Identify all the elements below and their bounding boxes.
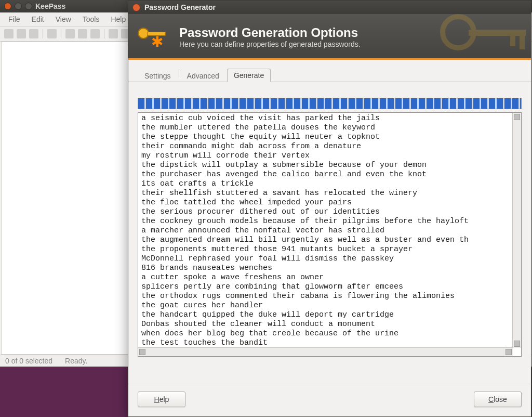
tab-advanced[interactable]: Advanced (180, 69, 226, 82)
scroll-left-icon[interactable] (139, 349, 145, 355)
generated-passwords-box[interactable]: a seismic cub voiced the visit has parke… (138, 112, 522, 357)
header-title: Password Generation Options (179, 25, 361, 40)
tab-generate[interactable]: Generate (227, 69, 271, 82)
status-ready: Ready. (65, 357, 87, 365)
help-button[interactable]: Help (138, 392, 185, 407)
tab-settings[interactable]: Settings (138, 69, 178, 82)
dialog-body: a seismic cub voiced the visit has parke… (128, 82, 531, 362)
close-button-label-u: C (488, 395, 494, 403)
status-selection: 0 of 0 selected (5, 357, 52, 365)
scroll-right-icon[interactable] (506, 349, 512, 355)
dialog-header: ✱ Password Generation Options Here you c… (128, 14, 531, 60)
toolbar-sep (61, 29, 61, 38)
maximize-window-button[interactable] (25, 3, 32, 10)
toolbar-new-icon[interactable] (4, 29, 14, 38)
toolbar-sep (43, 29, 43, 38)
toolbar-url-icon[interactable] (90, 29, 100, 38)
dialog-close-button[interactable] (132, 4, 140, 11)
toolbar-addentry-icon[interactable] (47, 29, 57, 38)
key-icon: ✱ (138, 25, 171, 48)
svg-rect-3 (520, 35, 525, 49)
toolbar-save-icon[interactable] (29, 29, 38, 38)
vertical-scrollbar[interactable] (512, 113, 521, 348)
svg-rect-2 (510, 35, 515, 46)
generated-passwords-text[interactable]: a seismic cub voiced the visit has parke… (138, 113, 521, 356)
menu-tools[interactable]: Tools (83, 15, 100, 23)
scroll-up-icon[interactable] (514, 114, 520, 120)
dialog-title: Password Generator (144, 3, 216, 11)
dialog-tabs: Settings Advanced Generate (128, 60, 531, 82)
password-generator-dialog: Password Generator ✱ Password Generation… (128, 0, 531, 417)
close-window-button[interactable] (4, 3, 11, 10)
menu-view[interactable]: View (56, 15, 71, 23)
horizontal-scrollbar[interactable] (138, 347, 513, 356)
menu-edit[interactable]: Edit (32, 15, 44, 23)
header-bg-key-icon (432, 14, 531, 60)
main-title: KeePass (35, 2, 65, 10)
toolbar-sep (104, 29, 104, 38)
toolbar-copy-icon[interactable] (78, 29, 87, 38)
svg-rect-1 (469, 30, 526, 36)
scroll-down-icon[interactable] (514, 341, 520, 347)
menu-help[interactable]: Help (111, 15, 126, 23)
help-button-label-u: H (154, 395, 159, 403)
menu-file[interactable]: File (8, 15, 20, 23)
password-strength-bar (138, 98, 522, 109)
tab-sep (179, 69, 179, 77)
close-button[interactable]: Close (474, 392, 522, 407)
dialog-titlebar[interactable]: Password Generator (128, 1, 531, 14)
dialog-footer: Help Close (128, 384, 531, 416)
toolbar-user-icon[interactable] (65, 29, 75, 38)
toolbar-lock-icon[interactable] (109, 29, 118, 38)
header-subtitle: Here you can define properties of genera… (179, 40, 361, 48)
toolbar-open-icon[interactable] (17, 29, 26, 38)
window-controls (4, 3, 32, 10)
minimize-window-button[interactable] (15, 3, 22, 10)
